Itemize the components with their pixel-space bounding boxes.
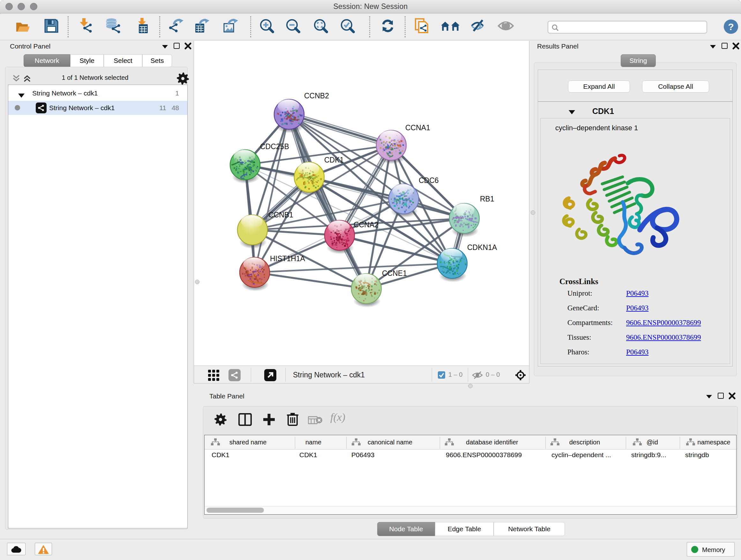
svg-text:CDC6: CDC6: [419, 176, 439, 185]
svg-text:HIST1H1A: HIST1H1A: [270, 254, 306, 263]
svg-text:CCNE1: CCNE1: [382, 269, 407, 277]
svg-text:CCNA2: CCNA2: [354, 221, 379, 229]
svg-text:CCNB1: CCNB1: [268, 211, 293, 219]
svg-text:RB1: RB1: [480, 195, 494, 203]
svg-text:CCNB2: CCNB2: [304, 91, 329, 100]
svg-text:CDKN1A: CDKN1A: [467, 243, 497, 252]
svg-text:CDK1: CDK1: [324, 156, 344, 164]
svg-text:CDC25B: CDC25B: [260, 142, 289, 151]
svg-text:CCNA1: CCNA1: [405, 124, 430, 132]
